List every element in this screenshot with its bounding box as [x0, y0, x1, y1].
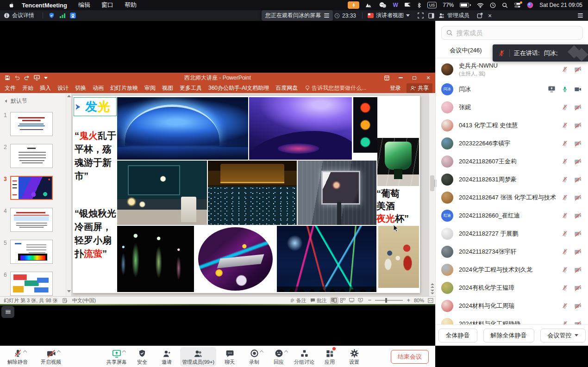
- ppt-menu-1[interactable]: 开始: [22, 84, 33, 92]
- annotation-toolbar-button[interactable]: [1, 306, 14, 318]
- mic-status-icon[interactable]: [561, 284, 569, 292]
- ppt-menu-10[interactable]: 360办公助手-AI文档助理: [208, 84, 269, 92]
- menubar-menu-2[interactable]: 帮助: [125, 1, 137, 9]
- chevron-up-icon[interactable]: [122, 350, 126, 354]
- member-row[interactable]: 202421182734张宇轩: [436, 243, 588, 261]
- thumbnail-scrollbar[interactable]: [66, 93, 71, 296]
- chevron-up-icon[interactable]: [23, 350, 26, 354]
- view-mode-switcher[interactable]: 演讲者视图: [368, 10, 410, 21]
- mic-status-icon[interactable]: [561, 248, 569, 255]
- camera-status-icon[interactable]: [574, 230, 582, 237]
- apple-logo-icon[interactable]: [8, 2, 14, 9]
- ppt-menu-9[interactable]: 更多工具: [180, 84, 202, 92]
- slide-scrollbar[interactable]: [429, 93, 435, 296]
- member-row[interactable]: 闫冰 闫冰: [436, 80, 588, 98]
- previous-slide-button[interactable]: [429, 282, 435, 289]
- menubar-menu-0[interactable]: 编辑: [78, 1, 90, 9]
- undo-icon[interactable]: [14, 75, 20, 81]
- scrollbar-thumb[interactable]: [430, 175, 434, 191]
- zoom-level[interactable]: 80%: [414, 298, 424, 303]
- ppt-menu-11[interactable]: 百度网盘: [275, 84, 298, 92]
- network-signal-icon[interactable]: [59, 10, 66, 21]
- member-row[interactable]: 202421182727 于展鹏: [436, 224, 588, 243]
- normal-view-button[interactable]: [331, 298, 338, 304]
- maximize-button[interactable]: [407, 73, 421, 83]
- camera-status-icon[interactable]: [574, 302, 582, 310]
- camera-status-icon[interactable]: [574, 211, 582, 219]
- slide-thumbnail[interactable]: 4: [0, 208, 71, 233]
- camera-status-icon[interactable]: [574, 320, 582, 324]
- toolbar-invite[interactable]: 邀请: [156, 347, 178, 367]
- ppt-menu-3[interactable]: 设计: [57, 84, 69, 92]
- comments-toggle[interactable]: 批注: [310, 297, 327, 304]
- camera-status-icon[interactable]: [574, 193, 582, 201]
- tab-in-meeting[interactable]: 会议中(246): [436, 43, 496, 58]
- qat-dropdown-icon[interactable]: [44, 77, 48, 79]
- manage-members-topbar[interactable]: 管理成员: [438, 10, 469, 21]
- toolbar-mic-off[interactable]: 解除静音: [6, 347, 30, 367]
- fullscreen-icon[interactable]: [418, 10, 424, 21]
- mic-status-icon[interactable]: [561, 230, 569, 237]
- slide-thumbnail[interactable]: 5: [0, 240, 71, 265]
- security-shield-icon[interactable]: [48, 10, 55, 21]
- ppt-titlebar[interactable]: 西北师大讲座 - PowerPoint ×: [0, 73, 435, 83]
- close-window-button[interactable]: ×: [421, 73, 435, 83]
- end-meeting-button[interactable]: 结束会议: [391, 350, 429, 364]
- save-ic[interactable]: [5, 75, 10, 81]
- screen-mirroring-icon[interactable]: [365, 1, 373, 9]
- ppt-menu-7[interactable]: 审阅: [144, 84, 156, 92]
- menubar-clock[interactable]: Sat Dec 21 09:05: [539, 2, 582, 8]
- section-header[interactable]: 默认节: [6, 97, 71, 105]
- search-input[interactable]: [457, 29, 578, 37]
- zoom-out-button[interactable]: −: [368, 298, 372, 303]
- microphone-in-use-icon[interactable]: [348, 1, 359, 9]
- camera-status-icon[interactable]: [574, 121, 582, 129]
- language-indicator[interactable]: 中文(中国): [72, 297, 96, 304]
- toolbar-react[interactable]: 回应: [268, 347, 290, 367]
- chevron-up-icon[interactable]: [56, 350, 60, 354]
- mic-status-icon[interactable]: [561, 65, 569, 73]
- toolbar-members[interactable]: 管理成员(99+): [180, 347, 216, 367]
- slide-thumbnail[interactable]: 3: [0, 176, 71, 201]
- share-button[interactable]: 共享: [407, 83, 432, 93]
- proofing-icon[interactable]: [63, 298, 68, 303]
- close-panel-icon[interactable]: ×: [488, 10, 492, 21]
- chevron-up-icon[interactable]: [259, 350, 263, 354]
- next-slide-button[interactable]: [429, 289, 435, 295]
- siri-icon[interactable]: [527, 1, 533, 9]
- chevron-up-icon[interactable]: [284, 350, 288, 354]
- toolbar-shield[interactable]: 安全: [131, 347, 153, 367]
- minimize-button[interactable]: [394, 73, 407, 83]
- menubar-menu-1[interactable]: 窗口: [101, 1, 113, 9]
- control-center-icon[interactable]: [514, 1, 521, 9]
- display-icon[interactable]: [404, 1, 411, 9]
- mic-status-icon[interactable]: [561, 211, 569, 219]
- member-row[interactable]: 202421182631周梦豪: [436, 170, 588, 188]
- notes-toggle[interactable]: 备注: [290, 297, 307, 304]
- panel-footer-button-0[interactable]: 全体静音: [438, 329, 477, 342]
- wifi-icon[interactable]: [477, 1, 484, 9]
- mic-status-icon[interactable]: [561, 103, 569, 111]
- camera-status-icon[interactable]: [574, 284, 582, 292]
- member-row[interactable]: 史兵兵-NWNU(主持人, 我): [436, 58, 588, 80]
- time-machine-icon[interactable]: [490, 1, 496, 9]
- member-row[interactable]: 2024化学工程与技术刘久龙: [436, 261, 588, 279]
- input-source-badge[interactable]: US: [427, 2, 437, 8]
- member-row[interactable]: 2024材料与化工周瑞: [436, 297, 588, 315]
- zoom-slider-thumb[interactable]: [385, 298, 387, 303]
- member-row[interactable]: 202421182647 张强 化学工程与技术: [436, 188, 588, 206]
- sign-in-button[interactable]: 登录: [390, 84, 401, 92]
- zoom-slider[interactable]: [375, 300, 403, 301]
- member-row[interactable]: 2024材料与化工程静静: [436, 315, 588, 324]
- sorter-view-button[interactable]: [339, 298, 347, 304]
- camera-status-icon[interactable]: [574, 248, 582, 255]
- camera-status-icon[interactable]: [574, 139, 582, 147]
- member-row[interactable]: 202421182607王金莉: [436, 152, 588, 170]
- slide-thumbnail[interactable]: 6: [0, 272, 71, 296]
- member-search-box[interactable]: [441, 26, 583, 40]
- toolbar-apps[interactable]: 应用: [319, 347, 341, 367]
- mic-status-icon[interactable]: [561, 320, 569, 324]
- w-app-icon[interactable]: W: [393, 1, 398, 9]
- member-row[interactable]: 2024有机化学王韫璋: [436, 279, 588, 297]
- panel-footer-button-1[interactable]: 解除全体静音: [483, 329, 534, 342]
